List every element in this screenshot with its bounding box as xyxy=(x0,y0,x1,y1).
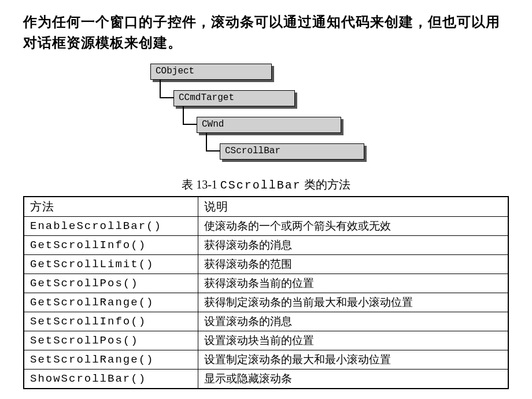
table-row: SetScrollInfo() 设置滚动条的消息 xyxy=(24,312,508,331)
cell-method: GetScrollLimit() xyxy=(24,255,198,274)
table-row: ShowScrollBar() 显示或隐藏滚动条 xyxy=(24,370,508,389)
table-header-row: 方法 说明 xyxy=(24,197,508,217)
cell-desc: 获得滚动条当前的位置 xyxy=(198,274,508,293)
table-row: GetScrollLimit() 获得滚动条的范围 xyxy=(24,255,508,274)
methods-table: 方法 说明 EnableScrollBar() 使滚动条的一个或两个箭头有效或无… xyxy=(23,196,509,389)
cell-desc: 设置制定滚动条的最大和最小滚动位置 xyxy=(198,350,508,370)
caption-prefix: 表 13-1 xyxy=(182,178,220,191)
table-row: GetScrollPos() 获得滚动条当前的位置 xyxy=(24,274,508,293)
cell-desc: 使滚动条的一个或两个箭头有效或无效 xyxy=(198,217,508,236)
header-method: 方法 xyxy=(24,197,198,217)
cell-desc: 设置滚动条的消息 xyxy=(198,312,508,331)
cell-method: GetScrollPos() xyxy=(24,274,198,293)
caption-suffix: 类的方法 xyxy=(301,178,350,191)
hierarchy-box-cobject: CObject xyxy=(150,64,272,80)
table-row: GetScrollRange() 获得制定滚动条的当前最大和最小滚动位置 xyxy=(24,293,508,312)
table-row: EnableScrollBar() 使滚动条的一个或两个箭头有效或无效 xyxy=(24,217,508,236)
table-caption: 表 13-1 CScrollBar 类的方法 xyxy=(23,177,509,193)
hierarchy-box-cscrollbar: CScrollBar xyxy=(220,143,364,160)
cell-desc: 显示或隐藏滚动条 xyxy=(198,370,508,389)
cell-desc: 获得滚动条的消息 xyxy=(198,236,508,255)
header-desc: 说明 xyxy=(198,197,508,217)
cell-method: SetScrollRange() xyxy=(24,350,198,370)
hierarchy-box-ccmdtarget: CCmdTarget xyxy=(173,90,295,106)
table-row: GetScrollInfo() 获得滚动条的消息 xyxy=(24,236,508,255)
intro-paragraph: 作为任何一个窗口的子控件，滚动条可以通过通知代码来创建，但也可以用对话框资源模板… xyxy=(23,12,509,53)
table-row: SetScrollRange() 设置制定滚动条的最大和最小滚动位置 xyxy=(24,350,508,370)
cell-method: EnableScrollBar() xyxy=(24,217,198,236)
caption-classname: CScrollBar xyxy=(220,179,301,192)
cell-desc: 获得滚动条的范围 xyxy=(198,255,508,274)
table-row: SetScrollPos() 设置滚动块当前的位置 xyxy=(24,331,508,350)
cell-method: GetScrollInfo() xyxy=(24,236,198,255)
cell-desc: 设置滚动块当前的位置 xyxy=(198,331,508,350)
hierarchy-box-cwnd: CWnd xyxy=(197,117,341,133)
cell-method: SetScrollPos() xyxy=(24,331,198,350)
class-hierarchy-diagram: CObject CCmdTarget CWnd CScrollBar xyxy=(150,64,382,164)
cell-method: ShowScrollBar() xyxy=(24,370,198,389)
cell-desc: 获得制定滚动条的当前最大和最小滚动位置 xyxy=(198,293,508,312)
cell-method: GetScrollRange() xyxy=(24,293,198,312)
cell-method: SetScrollInfo() xyxy=(24,312,198,331)
